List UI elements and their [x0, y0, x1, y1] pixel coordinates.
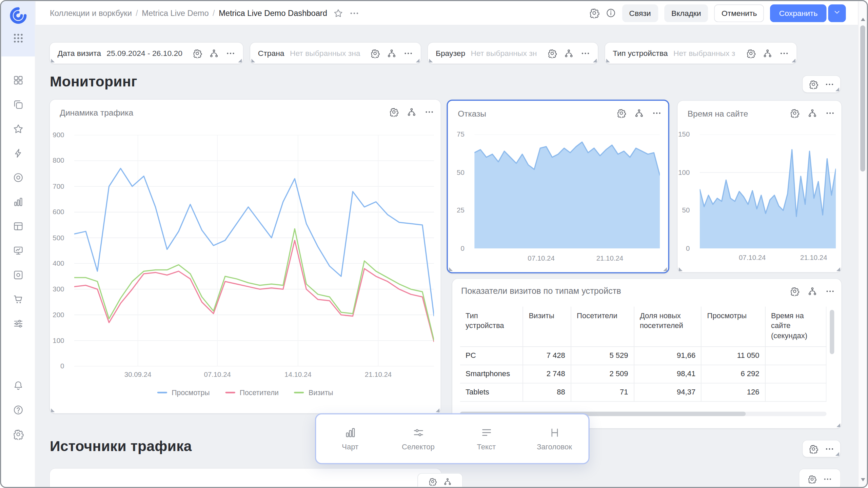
filter-value[interactable]: 25.09.2024 - 26.10.20 — [106, 49, 188, 58]
links-icon[interactable] — [634, 108, 644, 118]
scrollbar-thumb[interactable] — [860, 25, 865, 171]
dashboard-settings-icon[interactable] — [589, 8, 599, 18]
filter-browser[interactable]: БраузерНет выбранных зн — [428, 43, 598, 64]
more-icon[interactable] — [226, 48, 235, 58]
breadcrumb-item[interactable]: Metrica Live Demo — [142, 8, 209, 17]
more-icon[interactable] — [349, 8, 359, 18]
gear-icon[interactable] — [617, 108, 626, 118]
links-icon[interactable] — [564, 48, 574, 58]
tabs-button[interactable]: Вкладки — [664, 4, 708, 22]
sidebar-item-storage[interactable] — [1, 263, 35, 287]
table-header-cell[interactable]: Просмотры — [701, 306, 765, 346]
widget-traffic-dynamics[interactable]: Динамика трафика 01002003004005006007008… — [50, 100, 441, 413]
more-icon[interactable] — [780, 48, 789, 58]
resize-handle[interactable] — [835, 87, 839, 91]
save-button[interactable]: Сохранить — [770, 4, 827, 22]
filter-device-type[interactable]: Тип устройстваНет выбранных з — [605, 43, 796, 64]
info-icon[interactable] — [605, 8, 616, 18]
resize-handle[interactable] — [606, 59, 610, 62]
sidebar-item-settings[interactable] — [1, 422, 35, 447]
table-header-cell[interactable]: Визиты — [523, 306, 571, 346]
add-selector-button[interactable]: Селектор — [384, 414, 452, 463]
legend-item[interactable]: Просмотры — [157, 388, 210, 396]
add-text-button[interactable]: Текст — [452, 414, 520, 463]
more-icon[interactable] — [652, 108, 662, 118]
resize-handle[interactable] — [436, 408, 439, 412]
table-header-cell[interactable]: Тип устройства — [460, 306, 523, 346]
filter-value[interactable]: Нет выбранных зн — [471, 49, 543, 58]
resize-handle[interactable] — [836, 423, 840, 427]
resize-handle[interactable] — [449, 267, 453, 271]
table-vertical-scrollbar[interactable] — [830, 308, 834, 405]
links-icon[interactable] — [407, 107, 416, 117]
gear-icon[interactable] — [809, 79, 818, 89]
sidebar-item-connections[interactable] — [1, 311, 35, 336]
resize-handle[interactable] — [429, 59, 433, 62]
sidebar-item-datasets[interactable] — [1, 214, 35, 239]
resize-handle[interactable] — [238, 59, 242, 62]
resize-handle[interactable] — [835, 452, 839, 456]
gear-icon[interactable] — [389, 107, 399, 117]
gear-icon[interactable] — [370, 48, 380, 58]
scroll-up-arrow-icon[interactable] — [861, 18, 865, 21]
breadcrumb-item[interactable]: Metrica Live Demo Dashboard — [219, 8, 327, 17]
gear-icon[interactable] — [746, 48, 756, 58]
sidebar-item-favorites[interactable] — [1, 117, 35, 141]
more-icon[interactable] — [825, 444, 834, 453]
table-header-cell[interactable]: Время на сайте (секундах) — [765, 306, 826, 346]
links-icon[interactable] — [209, 48, 219, 58]
resize-handle[interactable] — [679, 267, 683, 271]
legend-item[interactable]: Посетители — [225, 388, 279, 396]
page-scrollbar[interactable] — [858, 1, 867, 487]
save-dropdown-button[interactable] — [828, 4, 846, 22]
sidebar-item-collections[interactable] — [1, 93, 35, 117]
apps-grid-icon[interactable] — [12, 32, 24, 44]
resize-handle[interactable] — [663, 267, 667, 271]
sidebar-item-notifications[interactable] — [1, 373, 35, 398]
gear-icon[interactable] — [790, 108, 800, 118]
add-heading-button[interactable]: Заголовок — [520, 414, 589, 463]
apps-grid-icon[interactable] — [12, 32, 24, 44]
resize-handle[interactable] — [416, 59, 419, 62]
breadcrumb-more-icon[interactable] — [349, 8, 359, 18]
filter-value[interactable]: Нет выбранных з — [673, 49, 742, 58]
gear-icon[interactable] — [429, 477, 437, 485]
resize-handle[interactable] — [836, 267, 840, 271]
info-icon[interactable] — [605, 8, 616, 18]
resize-handle[interactable] — [51, 59, 55, 62]
sidebar-item-dashboards[interactable] — [1, 239, 35, 263]
more-icon[interactable] — [825, 287, 835, 296]
filter-value[interactable]: Нет выбранных зна — [290, 49, 366, 58]
gear-icon[interactable] — [548, 48, 557, 58]
table-header-cell[interactable]: Доля новых посетителей — [634, 306, 702, 346]
filter-visit-date[interactable]: Дата визита25.09.2024 - 26.10.20 — [50, 43, 243, 64]
more-icon[interactable] — [403, 48, 413, 58]
widget-device-table[interactable]: Показатели визитов по типам устройств Ти… — [452, 279, 842, 428]
links-button[interactable]: Связи — [622, 4, 658, 22]
gear-icon[interactable] — [193, 48, 202, 58]
filter-country[interactable]: СтранаНет выбранных зна — [250, 43, 421, 64]
resize-handle[interactable] — [593, 59, 597, 62]
resize-handle[interactable] — [51, 408, 55, 412]
datalens-logo-icon[interactable] — [8, 6, 27, 25]
widget-bounces[interactable]: Отказы 0255075 07.10.2421.10.24 — [447, 100, 669, 273]
links-icon[interactable] — [808, 108, 817, 118]
sidebar-item-widgets[interactable] — [1, 68, 35, 93]
table-header-cell[interactable]: Посетители — [571, 306, 634, 346]
more-icon[interactable] — [425, 107, 434, 117]
breadcrumb-item[interactable]: Коллекции и воркбуки — [50, 8, 132, 17]
resize-handle[interactable] — [792, 59, 795, 62]
gear-icon[interactable] — [808, 475, 816, 484]
links-icon[interactable] — [443, 477, 452, 485]
links-icon[interactable] — [763, 48, 772, 58]
gear-icon[interactable] — [790, 287, 800, 296]
sidebar-item-help[interactable] — [1, 398, 35, 422]
more-icon[interactable] — [823, 475, 832, 484]
scroll-down-arrow-icon[interactable] — [861, 478, 865, 482]
star-icon[interactable] — [333, 8, 343, 18]
sidebar-item-marketplace[interactable] — [1, 287, 35, 311]
more-icon[interactable] — [825, 108, 835, 118]
more-icon[interactable] — [581, 48, 590, 58]
gear-icon[interactable] — [809, 444, 818, 453]
widget-time-on-site[interactable]: Время на сайте 050100150 07.10.2421.10.2… — [677, 101, 841, 272]
